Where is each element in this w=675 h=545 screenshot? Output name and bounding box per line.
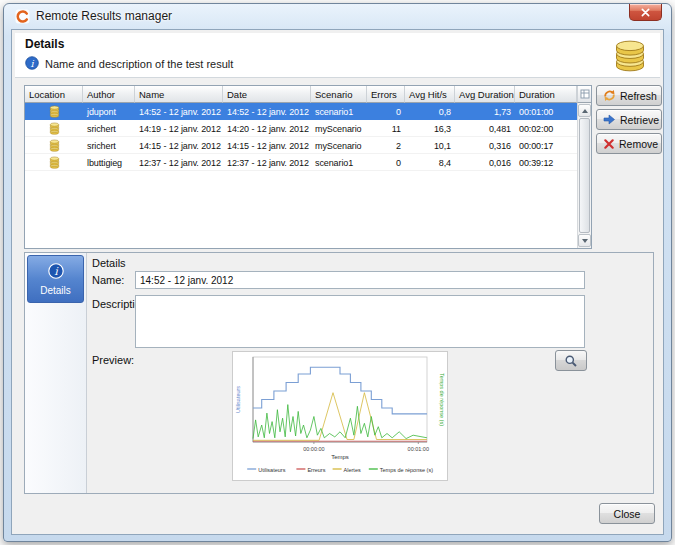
dialog-client-area: Details i Name and description of the te… [11,29,664,535]
column-header-name[interactable]: Name [135,86,223,103]
cell-avg_duration[interactable]: 0,016 [455,154,515,171]
cell-avg_hits[interactable]: 10,1 [405,137,455,154]
preview-chart-thumbnail[interactable]: 00:00:0000:01:00TempsUtilisateursTemps d… [232,351,448,481]
remove-button[interactable]: Remove [596,133,662,154]
preview-label: Preview: [92,354,134,366]
svg-text:00:00:00: 00:00:00 [303,446,324,452]
scrollbar-thumb[interactable] [579,118,590,233]
table-row[interactable]: jdupont14:52 - 12 janv. 201214:52 - 12 j… [25,103,577,120]
cell-errors[interactable]: 11 [367,120,405,137]
cell-author[interactable]: srichert [83,137,135,154]
column-header-avg-duration[interactable]: Avg Duration [455,86,515,103]
grid-icon [580,89,590,99]
name-field[interactable] [135,271,585,289]
cell-scenario[interactable]: myScenario [311,137,367,154]
section-title: Details [92,257,126,269]
window-close-button[interactable] [629,4,662,21]
remove-button-label: Remove [619,138,658,150]
cell-location[interactable] [25,120,83,137]
cell-author[interactable]: jdupont [83,103,135,120]
page-title: Details [25,37,64,51]
scroll-down-arrow-icon[interactable] [578,234,591,247]
cell-scenario[interactable]: scenario1 [311,103,367,120]
database-icon [612,39,648,73]
column-header-author[interactable]: Author [83,86,135,103]
close-button[interactable]: Close [599,503,655,524]
cell-duration[interactable]: 00:01:00 [515,103,577,120]
svg-text:Temps: Temps [331,454,349,460]
zoom-preview-button[interactable] [555,350,587,371]
refresh-button-label: Refresh [620,90,657,102]
table-header-row: LocationAuthorNameDateScenarioErrorsAvg … [25,86,577,103]
close-button-label: Close [614,508,641,520]
column-header-errors[interactable]: Errors [367,86,405,103]
retrieve-icon [603,113,616,126]
column-header-scenario[interactable]: Scenario [311,86,367,103]
svg-text:Utilisateurs: Utilisateurs [258,467,285,473]
cell-location[interactable] [25,103,83,120]
titlebar[interactable]: Remote Results manager [4,4,671,29]
refresh-button[interactable]: Refresh [596,85,662,106]
table-settings-button[interactable] [577,86,591,103]
svg-text:Temps de réponse (s): Temps de réponse (s) [380,467,433,473]
cell-avg_hits[interactable]: 8,4 [405,154,455,171]
cell-avg_duration[interactable]: 0,481 [455,120,515,137]
svg-text:Alertes: Alertes [344,467,361,473]
svg-text:00:01:00: 00:01:00 [408,446,429,452]
cell-avg_hits[interactable]: 16,3 [405,120,455,137]
cell-name[interactable]: 14:52 - 12 janv. 2012 [135,103,223,120]
info-icon: i [48,263,64,283]
cell-location[interactable] [25,137,83,154]
details-panel: i Details Details Name: Description: Pre… [24,252,654,494]
cell-name[interactable]: 14:19 - 12 janv. 2012 [135,120,223,137]
cell-duration[interactable]: 00:00:17 [515,137,577,154]
db-icon [48,122,61,135]
cell-author[interactable]: lbuttigieg [83,154,135,171]
retrieve-button-label: Retrieve [620,114,659,126]
description-field[interactable] [135,295,585,348]
table-body: jdupont14:52 - 12 janv. 201214:52 - 12 j… [25,103,577,248]
db-icon [48,139,61,152]
remove-icon [603,138,615,150]
cell-avg_duration[interactable]: 0,316 [455,137,515,154]
tab-details-label: Details [40,285,71,296]
column-header-avg-hit-s[interactable]: Avg Hit/s [405,86,455,103]
cell-errors[interactable]: 0 [367,154,405,171]
cell-date[interactable]: 14:15 - 12 janv. 2012 [223,137,311,154]
retrieve-button[interactable]: Retrieve [596,109,662,130]
cell-date[interactable]: 12:37 - 12 janv. 2012 [223,154,311,171]
tab-details[interactable]: i Details [27,255,84,303]
table-row[interactable]: srichert14:19 - 12 janv. 201214:20 - 12 … [25,120,577,137]
cell-location[interactable] [25,154,83,171]
db-icon [48,105,61,118]
cell-avg_hits[interactable]: 0,8 [405,103,455,120]
app-icon [15,9,30,24]
cell-date[interactable]: 14:52 - 12 janv. 2012 [223,103,311,120]
column-header-duration[interactable]: Duration [515,86,577,103]
cell-name[interactable]: 14:15 - 12 janv. 2012 [135,137,223,154]
svg-text:Erreurs: Erreurs [307,467,325,473]
table-row[interactable]: srichert14:15 - 12 janv. 201214:15 - 12 … [25,137,577,154]
table-row[interactable]: lbuttigieg12:37 - 12 janv. 201212:37 - 1… [25,154,577,171]
vertical-scrollbar[interactable] [577,103,591,248]
cell-duration[interactable]: 00:02:00 [515,120,577,137]
cell-errors[interactable]: 2 [367,137,405,154]
cell-author[interactable]: srichert [83,120,135,137]
column-header-date[interactable]: Date [223,86,311,103]
cell-date[interactable]: 14:20 - 12 janv. 2012 [223,120,311,137]
svg-text:Temps de réponse (s): Temps de réponse (s) [439,373,445,426]
cell-scenario[interactable]: myScenario [311,120,367,137]
cell-duration[interactable]: 00:39:12 [515,154,577,171]
column-header-location[interactable]: Location [25,86,83,103]
cell-scenario[interactable]: scenario1 [311,154,367,171]
name-label: Name: [92,274,124,286]
scroll-up-arrow-icon[interactable] [578,104,591,117]
results-table: LocationAuthorNameDateScenarioErrorsAvg … [24,85,592,249]
cell-name[interactable]: 12:37 - 12 janv. 2012 [135,154,223,171]
close-icon [641,8,650,17]
header-panel: Details i Name and description of the te… [15,33,660,78]
remote-results-manager-window: Remote Results manager Details i Name an… [3,3,672,542]
cell-errors[interactable]: 0 [367,103,405,120]
db-icon [48,156,61,169]
cell-avg_duration[interactable]: 1,73 [455,103,515,120]
